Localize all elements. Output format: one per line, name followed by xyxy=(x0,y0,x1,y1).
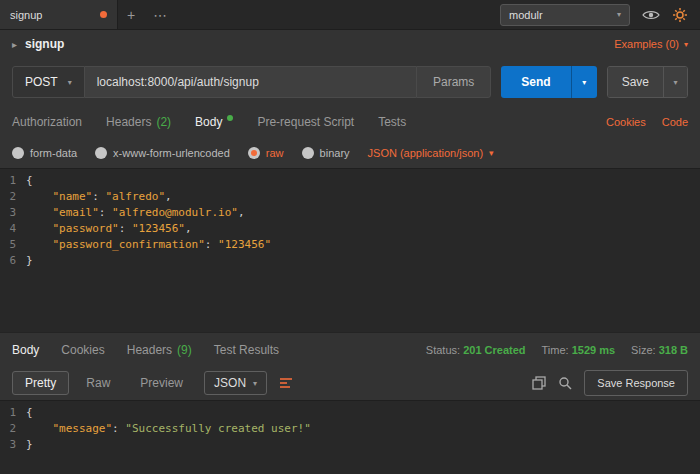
response-body-editor[interactable]: 1{2 "message": "Successfully created use… xyxy=(0,400,700,474)
cookies-link[interactable]: Cookies xyxy=(606,116,646,128)
time-value: 1529 ms xyxy=(572,344,615,356)
response-meta: Status: 201 Created Time: 1529 ms Size: … xyxy=(426,344,688,356)
tab-label: Headers xyxy=(106,115,151,129)
send-button[interactable]: Send ▾ xyxy=(501,66,596,98)
view-mode-raw[interactable]: Raw xyxy=(73,371,123,395)
tab-label: Body xyxy=(12,343,39,357)
response-tab-headers[interactable]: Headers (9) xyxy=(127,343,192,357)
response-toolbar: Pretty Raw Preview JSON ▾ Save Res xyxy=(0,366,700,400)
chevron-down-icon: ▾ xyxy=(684,40,688,49)
code-text[interactable]: } xyxy=(26,253,33,269)
content-type-select[interactable]: JSON (application/json) ▾ xyxy=(368,147,494,159)
chevron-down-icon: ▾ xyxy=(253,379,257,388)
code-link[interactable]: Code xyxy=(662,116,688,128)
line-number: 3 xyxy=(0,205,26,221)
examples-label: Examples (0) xyxy=(614,38,679,50)
radio-circle-icon xyxy=(302,147,314,159)
copy-response-icon[interactable] xyxy=(532,376,546,390)
line-number: 2 xyxy=(0,421,26,437)
tab-body[interactable]: Body xyxy=(195,115,233,129)
response-headers-count: (9) xyxy=(177,343,192,357)
code-text[interactable]: "password_confirmation": "123456" xyxy=(26,237,271,253)
examples-dropdown[interactable]: Examples (0) ▾ xyxy=(614,38,688,50)
size-value: 318 B xyxy=(659,344,688,356)
response-tab-body[interactable]: Body xyxy=(12,343,39,357)
tab-label: Authorization xyxy=(12,115,82,129)
code-text[interactable]: "name": "alfredo", xyxy=(26,189,172,205)
chevron-down-icon: ▾ xyxy=(582,78,586,87)
chevron-down-icon: ▾ xyxy=(68,78,72,87)
radio-x-www-form-urlencoded[interactable]: x-www-form-urlencoded xyxy=(95,147,230,159)
code-text[interactable]: } xyxy=(26,437,33,453)
size-badge: Size: 318 B xyxy=(631,344,688,356)
collapse-chevron-icon[interactable]: ▸ xyxy=(12,39,17,50)
line-number: 6 xyxy=(0,253,26,269)
code-line: 3 "email": "alfredo@modulr.io", xyxy=(0,205,700,221)
tab-authorization[interactable]: Authorization xyxy=(12,115,82,129)
response-tab-test-results[interactable]: Test Results xyxy=(214,343,279,357)
response-tab-cookies[interactable]: Cookies xyxy=(61,343,104,357)
body-content-dot xyxy=(227,115,233,121)
send-button-label[interactable]: Send xyxy=(501,66,570,98)
code-text[interactable]: { xyxy=(26,405,33,421)
settings-gear-icon[interactable] xyxy=(672,7,688,23)
line-number: 1 xyxy=(0,405,26,421)
request-tab[interactable]: signup xyxy=(0,0,118,29)
tab-pre-request-script[interactable]: Pre-request Script xyxy=(257,115,354,129)
chevron-down-icon: ▾ xyxy=(617,10,621,19)
request-body-editor[interactable]: 1{2 "name": "alfredo",3 "email": "alfred… xyxy=(0,168,700,332)
view-mode-pretty[interactable]: Pretty xyxy=(12,371,69,395)
save-options-caret[interactable]: ▾ xyxy=(663,67,687,97)
response-format-label: JSON xyxy=(214,376,246,390)
url-input[interactable] xyxy=(85,66,416,98)
code-line: 1{ xyxy=(0,173,700,189)
save-button-label[interactable]: Save xyxy=(608,67,663,97)
environment-quick-look-icon[interactable] xyxy=(642,9,660,21)
code-text[interactable]: "email": "alfredo@modulr.io", xyxy=(26,205,245,221)
params-button[interactable]: Params xyxy=(416,66,491,98)
radio-form-data[interactable]: form-data xyxy=(12,147,77,159)
radio-binary[interactable]: binary xyxy=(302,147,350,159)
line-number: 2 xyxy=(0,189,26,205)
request-tabs: Authorization Headers (2) Body Pre-reque… xyxy=(0,106,700,138)
save-button[interactable]: Save ▾ xyxy=(607,66,688,98)
chevron-down-icon: ▾ xyxy=(489,148,494,158)
wrap-lines-icon[interactable] xyxy=(279,377,293,389)
time-label: Time: xyxy=(542,344,569,356)
code-line: 3} xyxy=(0,437,700,453)
radio-label: x-www-form-urlencoded xyxy=(113,147,230,159)
code-line: 2 "name": "alfredo", xyxy=(0,189,700,205)
more-options-button[interactable]: ⋯ xyxy=(144,0,176,30)
line-number: 3 xyxy=(0,437,26,453)
code-text[interactable]: "password": "123456", xyxy=(26,221,192,237)
size-label: Size: xyxy=(631,344,655,356)
tab-label: Body xyxy=(195,115,222,129)
radio-label: form-data xyxy=(30,147,77,159)
new-tab-button[interactable]: + xyxy=(118,0,144,30)
method-select[interactable]: POST ▾ xyxy=(12,66,85,98)
code-text[interactable]: "message": "Successfully created user!" xyxy=(26,421,311,437)
radio-raw[interactable]: raw xyxy=(248,147,284,159)
save-response-button[interactable]: Save Response xyxy=(584,370,688,396)
response-toolbar-right: Save Response xyxy=(532,370,688,396)
code-line: 6} xyxy=(0,253,700,269)
code-text[interactable]: { xyxy=(26,173,33,189)
status-label: Status: xyxy=(426,344,460,356)
tab-label: Test Results xyxy=(214,343,279,357)
send-options-caret[interactable]: ▾ xyxy=(571,66,597,98)
unsaved-changes-dot xyxy=(100,11,107,18)
chevron-down-icon: ▾ xyxy=(673,78,677,87)
view-mode-preview[interactable]: Preview xyxy=(127,371,196,395)
request-tab-links: Cookies Code xyxy=(606,116,688,128)
line-number: 4 xyxy=(0,221,26,237)
radio-circle-icon xyxy=(95,147,107,159)
tab-label: Pre-request Script xyxy=(257,115,354,129)
method-label: POST xyxy=(25,75,58,89)
response-format-select[interactable]: JSON ▾ xyxy=(204,371,267,395)
search-response-icon[interactable] xyxy=(558,376,572,390)
environment-select[interactable]: modulr ▾ xyxy=(500,4,630,26)
app-topbar: signup + ⋯ modulr ▾ xyxy=(0,0,700,30)
tab-headers[interactable]: Headers (2) xyxy=(106,115,171,129)
tab-tests[interactable]: Tests xyxy=(378,115,406,129)
code-line: 2 "message": "Successfully created user!… xyxy=(0,421,700,437)
